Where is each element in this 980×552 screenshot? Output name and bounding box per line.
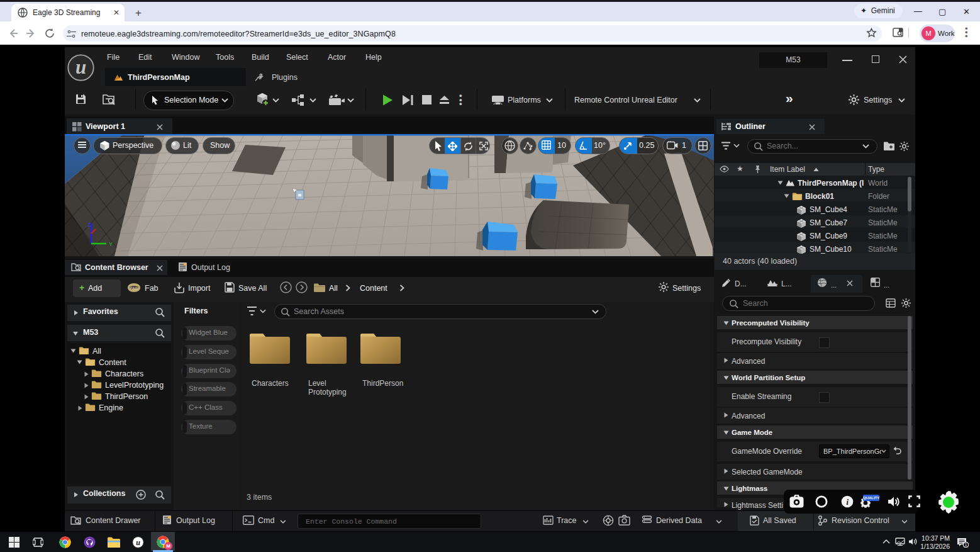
svg-text:Z: Z bbox=[87, 222, 91, 228]
svg-text:1: 1 bbox=[964, 542, 967, 548]
svg-text:FAB: FAB bbox=[130, 286, 138, 290]
svg-text:u: u bbox=[75, 56, 86, 78]
svg-text:Y: Y bbox=[109, 241, 113, 247]
svg-text:i: i bbox=[847, 498, 849, 507]
svg-text:u: u bbox=[136, 538, 140, 547]
